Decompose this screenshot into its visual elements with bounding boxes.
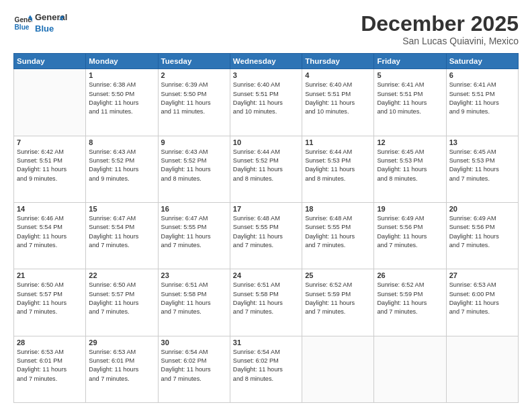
- calendar-week-row: 28Sunrise: 6:53 AM Sunset: 6:01 PM Dayli…: [14, 336, 519, 402]
- calendar-cell: 19Sunrise: 6:49 AM Sunset: 5:56 PM Dayli…: [374, 202, 446, 269]
- day-info: Sunrise: 6:48 AM Sunset: 5:55 PM Dayligh…: [305, 214, 371, 250]
- calendar-cell: 11Sunrise: 6:44 AM Sunset: 5:53 PM Dayli…: [302, 136, 374, 202]
- calendar-cell: [374, 336, 446, 402]
- header: General Blue General Blue December 2025 …: [13, 12, 519, 46]
- day-number: 9: [161, 138, 227, 146]
- day-number: 15: [89, 205, 154, 213]
- day-info: Sunrise: 6:47 AM Sunset: 5:54 PM Dayligh…: [89, 214, 154, 250]
- svg-text:Blue: Blue: [15, 24, 30, 31]
- calendar-cell: 3Sunrise: 6:40 AM Sunset: 5:51 PM Daylig…: [230, 69, 302, 136]
- day-number: 14: [17, 205, 83, 213]
- calendar-week-row: 21Sunrise: 6:50 AM Sunset: 5:57 PM Dayli…: [14, 269, 519, 336]
- day-info: Sunrise: 6:48 AM Sunset: 5:55 PM Dayligh…: [233, 214, 299, 250]
- day-number: 10: [233, 138, 299, 146]
- day-info: Sunrise: 6:38 AM Sunset: 5:50 PM Dayligh…: [89, 81, 154, 116]
- day-info: Sunrise: 6:53 AM Sunset: 6:01 PM Dayligh…: [89, 348, 154, 383]
- weekday-header-saturday: Saturday: [446, 54, 518, 69]
- day-info: Sunrise: 6:45 AM Sunset: 5:53 PM Dayligh…: [377, 148, 443, 183]
- day-info: Sunrise: 6:52 AM Sunset: 5:59 PM Dayligh…: [305, 281, 371, 316]
- page: General Blue General Blue December 2025 …: [0, 0, 532, 411]
- calendar-cell: 8Sunrise: 6:43 AM Sunset: 5:52 PM Daylig…: [86, 136, 158, 202]
- day-number: 17: [233, 205, 299, 213]
- calendar-cell: 28Sunrise: 6:53 AM Sunset: 6:01 PM Dayli…: [14, 336, 86, 402]
- day-number: 13: [449, 138, 515, 146]
- day-number: 26: [377, 271, 443, 279]
- calendar-cell: [14, 69, 86, 136]
- day-number: 21: [17, 271, 83, 279]
- day-info: Sunrise: 6:52 AM Sunset: 5:59 PM Dayligh…: [377, 281, 443, 316]
- calendar-cell: 30Sunrise: 6:54 AM Sunset: 6:02 PM Dayli…: [158, 336, 230, 402]
- day-number: 3: [233, 71, 299, 79]
- logo-bird-icon: [50, 13, 64, 28]
- weekday-header-friday: Friday: [374, 54, 446, 69]
- day-number: 2: [161, 71, 227, 79]
- day-info: Sunrise: 6:53 AM Sunset: 6:01 PM Dayligh…: [17, 348, 83, 383]
- calendar-cell: 5Sunrise: 6:41 AM Sunset: 5:51 PM Daylig…: [374, 69, 446, 136]
- calendar-cell: 14Sunrise: 6:46 AM Sunset: 5:54 PM Dayli…: [14, 202, 86, 269]
- calendar-cell: 31Sunrise: 6:54 AM Sunset: 6:02 PM Dayli…: [230, 336, 302, 402]
- calendar-cell: [302, 336, 374, 402]
- day-info: Sunrise: 6:41 AM Sunset: 5:51 PM Dayligh…: [377, 81, 443, 116]
- day-number: 20: [449, 205, 515, 213]
- calendar-cell: 10Sunrise: 6:44 AM Sunset: 5:52 PM Dayli…: [230, 136, 302, 202]
- calendar-cell: 2Sunrise: 6:39 AM Sunset: 5:50 PM Daylig…: [158, 69, 230, 136]
- day-number: 5: [377, 71, 443, 79]
- day-number: 6: [449, 71, 515, 79]
- weekday-header-tuesday: Tuesday: [158, 54, 230, 69]
- calendar-cell: 29Sunrise: 6:53 AM Sunset: 6:01 PM Dayli…: [86, 336, 158, 402]
- day-info: Sunrise: 6:54 AM Sunset: 6:02 PM Dayligh…: [233, 348, 299, 383]
- calendar-cell: 6Sunrise: 6:41 AM Sunset: 5:51 PM Daylig…: [446, 69, 518, 136]
- calendar-cell: 9Sunrise: 6:43 AM Sunset: 5:52 PM Daylig…: [158, 136, 230, 202]
- day-info: Sunrise: 6:47 AM Sunset: 5:55 PM Dayligh…: [161, 214, 227, 250]
- day-number: 23: [161, 271, 227, 279]
- day-number: 27: [449, 271, 515, 279]
- day-number: 22: [89, 271, 154, 279]
- day-number: 4: [305, 71, 371, 79]
- day-info: Sunrise: 6:51 AM Sunset: 5:58 PM Dayligh…: [161, 281, 227, 316]
- day-number: 31: [233, 338, 299, 347]
- calendar-cell: 23Sunrise: 6:51 AM Sunset: 5:58 PM Dayli…: [158, 269, 230, 336]
- calendar-cell: 21Sunrise: 6:50 AM Sunset: 5:57 PM Dayli…: [14, 269, 86, 336]
- month-title: December 2025: [361, 12, 519, 36]
- calendar-cell: 26Sunrise: 6:52 AM Sunset: 5:59 PM Dayli…: [374, 269, 446, 336]
- weekday-header-row: SundayMondayTuesdayWednesdayThursdayFrid…: [14, 54, 519, 69]
- day-number: 25: [305, 271, 371, 279]
- logo: General Blue General Blue: [13, 12, 64, 35]
- day-number: 30: [161, 338, 227, 347]
- day-number: 24: [233, 271, 299, 279]
- weekday-header-sunday: Sunday: [14, 54, 86, 69]
- calendar-cell: 15Sunrise: 6:47 AM Sunset: 5:54 PM Dayli…: [86, 202, 158, 269]
- day-info: Sunrise: 6:50 AM Sunset: 5:57 PM Dayligh…: [17, 281, 83, 316]
- day-info: Sunrise: 6:40 AM Sunset: 5:51 PM Dayligh…: [305, 81, 371, 116]
- day-info: Sunrise: 6:44 AM Sunset: 5:53 PM Dayligh…: [305, 148, 371, 183]
- day-number: 19: [377, 205, 443, 213]
- calendar-cell: [446, 336, 518, 402]
- calendar-cell: 20Sunrise: 6:49 AM Sunset: 5:56 PM Dayli…: [446, 202, 518, 269]
- calendar-table: SundayMondayTuesdayWednesdayThursdayFrid…: [13, 53, 519, 403]
- day-info: Sunrise: 6:39 AM Sunset: 5:50 PM Dayligh…: [161, 81, 227, 116]
- day-number: 11: [305, 138, 371, 146]
- day-number: 18: [305, 205, 371, 213]
- day-info: Sunrise: 6:44 AM Sunset: 5:52 PM Dayligh…: [233, 148, 299, 183]
- day-number: 12: [377, 138, 443, 146]
- day-info: Sunrise: 6:50 AM Sunset: 5:57 PM Dayligh…: [89, 281, 154, 316]
- calendar-week-row: 14Sunrise: 6:46 AM Sunset: 5:54 PM Dayli…: [14, 202, 519, 269]
- logo-icon: General Blue: [13, 14, 32, 33]
- location: San Lucas Quiavini, Mexico: [361, 36, 519, 46]
- day-number: 16: [161, 205, 227, 213]
- day-info: Sunrise: 6:46 AM Sunset: 5:54 PM Dayligh…: [17, 214, 83, 250]
- calendar-cell: 4Sunrise: 6:40 AM Sunset: 5:51 PM Daylig…: [302, 69, 374, 136]
- calendar-cell: 12Sunrise: 6:45 AM Sunset: 5:53 PM Dayli…: [374, 136, 446, 202]
- day-info: Sunrise: 6:40 AM Sunset: 5:51 PM Dayligh…: [233, 81, 299, 116]
- day-number: 1: [89, 71, 154, 79]
- weekday-header-wednesday: Wednesday: [230, 54, 302, 69]
- calendar-cell: 22Sunrise: 6:50 AM Sunset: 5:57 PM Dayli…: [86, 269, 158, 336]
- day-info: Sunrise: 6:49 AM Sunset: 5:56 PM Dayligh…: [377, 214, 443, 250]
- weekday-header-thursday: Thursday: [302, 54, 374, 69]
- day-number: 28: [17, 338, 83, 347]
- calendar-cell: 1Sunrise: 6:38 AM Sunset: 5:50 PM Daylig…: [86, 69, 158, 136]
- calendar-week-row: 7Sunrise: 6:42 AM Sunset: 5:51 PM Daylig…: [14, 136, 519, 202]
- day-info: Sunrise: 6:54 AM Sunset: 6:02 PM Dayligh…: [161, 348, 227, 383]
- day-info: Sunrise: 6:43 AM Sunset: 5:52 PM Dayligh…: [161, 148, 227, 183]
- calendar-cell: 17Sunrise: 6:48 AM Sunset: 5:55 PM Dayli…: [230, 202, 302, 269]
